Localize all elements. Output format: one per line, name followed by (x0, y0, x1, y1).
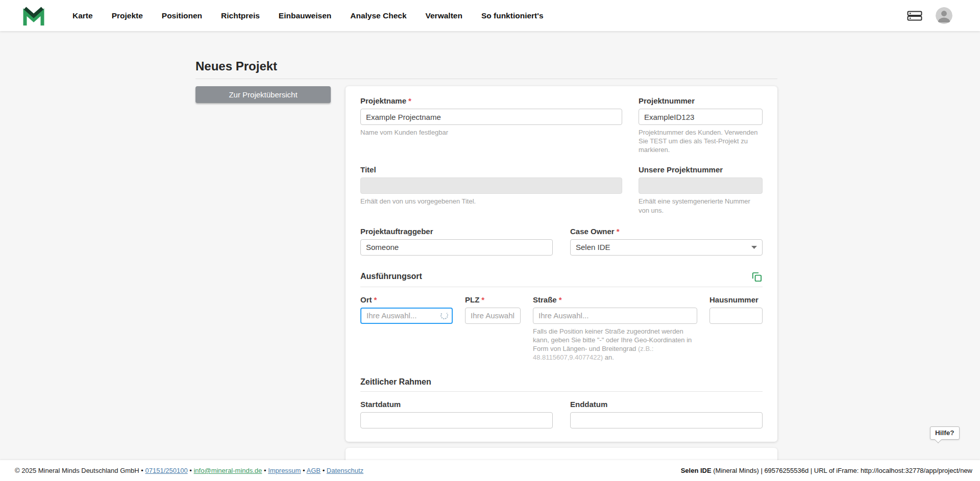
copy-icon[interactable] (751, 271, 763, 283)
impressum-link[interactable]: Impressum (268, 467, 301, 474)
datenschutz-link[interactable]: Datenschutz (327, 467, 363, 474)
brand-logo[interactable] (23, 6, 44, 26)
main-nav: Karte Projekte Positionen Richtpreis Ein… (72, 11, 544, 20)
title-divider (195, 79, 777, 79)
help-label: Hilfe? (935, 429, 954, 437)
footer-separator: • (141, 467, 143, 474)
row-projektname-projektnummer: Projektname* Name vom Kunden festlegbar … (360, 96, 763, 154)
new-project-form-card: Projektname* Name vom Kunden festlegbar … (346, 86, 777, 442)
footer-separator: • (323, 467, 325, 474)
field-startdatum: Startdatum (360, 400, 553, 428)
projektnummer-input[interactable] (639, 109, 763, 125)
row-adresse: Ort* PLZ* Straße* Falls die Position kei… (360, 295, 763, 362)
ort-input-wrap (360, 308, 453, 324)
session-info: Selen IDE (Mineral Minds) | 69576255536d… (681, 467, 972, 474)
server-icon[interactable] (907, 10, 922, 22)
row-datum: Startdatum Enddatum (360, 400, 763, 428)
section-divider (360, 391, 763, 392)
page-footer: © 2025 Mineral Minds Deutschland GmbH • … (0, 460, 980, 481)
user-avatar[interactable] (936, 7, 952, 24)
projektauftraggeber-label: Projektauftraggeber (360, 227, 553, 236)
chevron-down-icon (751, 246, 757, 249)
projektname-label: Projektname* (360, 96, 622, 106)
projektname-input[interactable] (360, 109, 622, 125)
projektnummer-helper: Projektnummer des Kunden. Verwenden Sie … (639, 128, 763, 154)
help-button[interactable]: Hilfe? (930, 426, 960, 440)
footer-separator: • (264, 467, 266, 474)
field-projektnummer: Projektnummer Projektnummer des Kunden. … (639, 96, 763, 154)
projektname-helper: Name vom Kunden festlegbar (360, 128, 622, 137)
field-strasse: Straße* Falls die Position keiner Straße… (533, 295, 697, 362)
nav-right-actions (907, 7, 952, 24)
field-unsere-projektnummer: Unsere Projektnummer Erhält eine systemg… (639, 165, 763, 214)
field-enddatum: Enddatum (570, 400, 763, 428)
enddatum-input[interactable] (570, 412, 763, 428)
field-projektname: Projektname* Name vom Kunden festlegbar (360, 96, 622, 154)
nav-item-positionen[interactable]: Positionen (162, 11, 202, 20)
startdatum-label: Startdatum (360, 400, 553, 409)
field-case-owner: Case Owner* Selen IDE (570, 227, 763, 256)
field-ort: Ort* (360, 295, 453, 362)
section-ausfuehrungsort-title: Ausführungsort (360, 271, 422, 282)
nav-item-einbauweisen[interactable]: Einbauweisen (279, 11, 331, 20)
nav-item-analyse-check[interactable]: Analyse Check (350, 11, 406, 20)
copyright-text: © 2025 Mineral Minds Deutschland GmbH (15, 467, 139, 474)
hausnummer-input[interactable] (709, 308, 763, 324)
nav-item-projekte[interactable]: Projekte (112, 11, 143, 20)
row-titel-unsere-projektnummer: Titel Erhält den von uns vorgegebenen Ti… (360, 165, 763, 214)
row-auftraggeber-caseowner: Projektauftraggeber Case Owner* Selen ID… (360, 227, 763, 256)
strasse-input[interactable] (533, 308, 697, 324)
footer-legal: © 2025 Mineral Minds Deutschland GmbH • … (15, 467, 363, 474)
email-link[interactable]: info@mineral-minds.de (193, 467, 262, 474)
strasse-helper: Falls die Position keiner Straße zugeord… (533, 327, 697, 362)
strasse-label-text: Straße (533, 295, 557, 304)
person-icon (936, 7, 952, 24)
hausnummer-label: Hausnummer (709, 295, 763, 305)
strasse-helper-suffix: an. (603, 353, 614, 361)
unsere-projektnummer-helper: Erhält eine systemgenerierte Nummer von … (639, 197, 763, 214)
startdatum-input[interactable] (360, 412, 553, 428)
projektauftraggeber-input[interactable] (360, 239, 553, 256)
titel-label: Titel (360, 165, 622, 174)
section-divider (360, 287, 763, 287)
field-plz: PLZ* (465, 295, 521, 362)
case-owner-select[interactable]: Selen IDE (570, 239, 763, 256)
section-zeitlicher-rahmen-title: Zeitlicher Rahmen (360, 377, 431, 387)
nav-item-karte[interactable]: Karte (72, 11, 93, 20)
field-titel: Titel Erhält den von uns vorgegebenen Ti… (360, 165, 622, 214)
field-projektauftraggeber: Projektauftraggeber (360, 227, 553, 256)
ort-label-text: Ort (360, 295, 372, 304)
titel-helper: Erhält den von uns vorgegebenen Titel. (360, 197, 622, 206)
nav-item-richtpreis[interactable]: Richtpreis (221, 11, 260, 20)
section-ausfuehrungsort-header: Ausführungsort (360, 271, 763, 283)
unsere-projektnummer-input (639, 178, 763, 194)
titel-input (360, 178, 622, 194)
required-asterisk: * (559, 295, 562, 304)
agb-link[interactable]: AGB (307, 467, 321, 474)
enddatum-label: Enddatum (570, 400, 763, 409)
nav-item-so-funktionierts[interactable]: So funktioniert's (481, 11, 544, 20)
required-asterisk: * (481, 295, 484, 304)
case-owner-label-text: Case Owner (570, 227, 615, 236)
section-zeitlicher-rahmen-header: Zeitlicher Rahmen (360, 377, 763, 387)
session-details: (Mineral Minds) | 69576255536d | URL of … (712, 467, 972, 474)
ort-input[interactable] (360, 308, 453, 324)
top-navbar: Karte Projekte Positionen Richtpreis Ein… (0, 0, 980, 31)
plz-label-text: PLZ (465, 295, 479, 304)
footer-separator: • (303, 467, 305, 474)
loading-spinner-icon (440, 312, 448, 319)
required-asterisk: * (374, 295, 377, 304)
plz-input[interactable] (465, 308, 521, 324)
phone-link[interactable]: 07151/250100 (145, 467, 188, 474)
plz-label: PLZ* (465, 295, 521, 305)
field-hausnummer: Hausnummer (709, 295, 763, 362)
unsere-projektnummer-label: Unsere Projektnummer (639, 165, 763, 174)
back-to-project-overview-button[interactable]: Zur Projektübersicht (195, 86, 331, 103)
session-user: Selen IDE (681, 467, 712, 474)
page-title: Neues Projekt (195, 59, 277, 73)
strasse-helper-main: Falls die Position keiner Straße zugeord… (533, 327, 692, 352)
nav-item-verwalten[interactable]: Verwalten (426, 11, 462, 20)
required-asterisk: * (408, 96, 411, 105)
ort-label: Ort* (360, 295, 453, 305)
projektname-label-text: Projektname (360, 96, 406, 105)
